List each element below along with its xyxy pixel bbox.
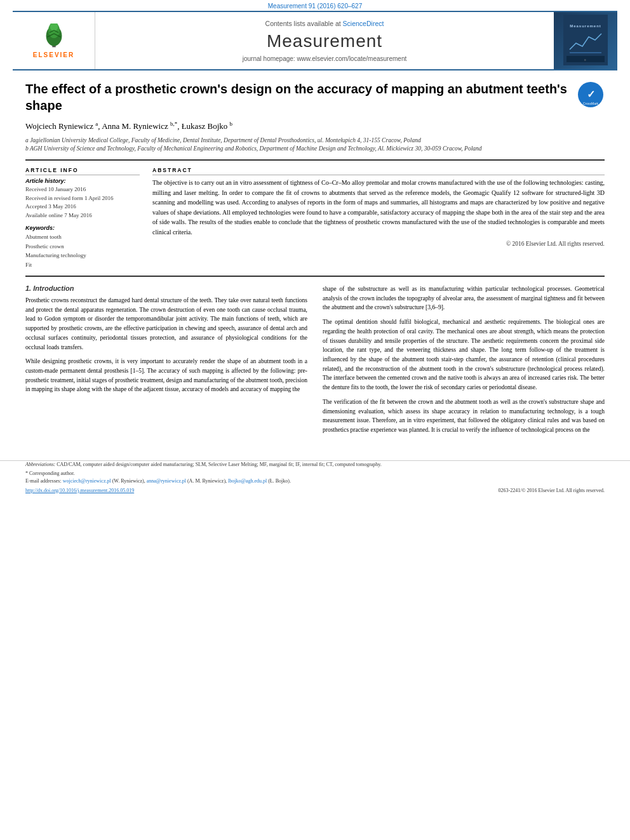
elsevier-tree-icon [35, 23, 73, 49]
doi-link[interactable]: http://dx.doi.org/10.1016/j.measurement.… [25, 488, 134, 493]
footer-bottom: http://dx.doi.org/10.1016/j.measurement.… [25, 488, 605, 493]
journal-cover-image: Measurement ≡ [554, 12, 617, 69]
crossmark-badge[interactable]: ✓ CrossMark [577, 81, 605, 109]
svg-text:≡: ≡ [584, 58, 587, 62]
revised-date: Received in revised form 1 April 2016 [25, 194, 140, 203]
accepted-date: Accepted 3 May 2016 [25, 203, 140, 211]
footer-area: Abbreviations: CAD/CAM, computer aided d… [0, 460, 630, 500]
journal-header: ELSEVIER Contents lists available at Sci… [13, 11, 617, 70]
journal-issue-bar: Measurement 91 (2016) 620–627 [0, 0, 630, 11]
abbrev-text: CAD/CAM, computer aided design/computer … [57, 462, 382, 467]
page: Measurement 91 (2016) 620–627 ELSEVIE [0, 0, 630, 500]
email-footnote: E-mail addresses: wojciech@ryniewicz.pl … [25, 477, 605, 485]
keyword-1: Abutment tooth [25, 232, 140, 241]
body-right-para-3: The verification of the fit between the … [323, 397, 605, 435]
keywords-label: Keywords: [25, 225, 140, 231]
contents-line: Contents lists available at ScienceDirec… [265, 20, 384, 27]
abstract-heading: ABSTRACT [152, 167, 605, 175]
available-date: Available online 7 May 2016 [25, 211, 140, 220]
homepage-line: journal homepage: www.elsevier.com/locat… [243, 55, 406, 62]
abbreviations-footnote: Abbreviations: CAD/CAM, computer aided d… [25, 461, 605, 469]
history-label: Article history: [25, 178, 140, 184]
section-1-title: 1. Introduction [25, 284, 307, 292]
body-right-para-2: The optimal dentition should fulfil biol… [323, 317, 605, 392]
svg-text:CrossMark: CrossMark [583, 102, 599, 105]
measurement-cover-icon: Measurement ≡ [563, 15, 608, 65]
abbrev-label: Abbreviations: [25, 462, 55, 467]
abstract-col: ABSTRACT The objective is to carry out a… [152, 167, 605, 269]
email-1-link[interactable]: wojciech@ryniewicz.pl [63, 478, 111, 484]
corresponding-author-footnote: * Corresponding author. [25, 470, 605, 477]
email-3-name: (Ł. Bojko). [268, 478, 291, 484]
body-para-2: While designing prosthetic crowns, it is… [25, 357, 307, 394]
doi-text: http://dx.doi.org/10.1016/j.measurement.… [25, 488, 134, 493]
keyword-4: Fit [25, 260, 140, 269]
svg-text:Measurement: Measurement [570, 24, 601, 28]
email-1-name: (W. Ryniewicz), [112, 478, 145, 484]
email-3-link[interactable]: lbojko@agh.edu.pl [228, 478, 267, 484]
affiliations: a Jagiellonian University Medical Colleg… [25, 137, 605, 154]
info-abstract-section: ARTICLE INFO Article history: Received 1… [25, 167, 605, 269]
svg-text:✓: ✓ [587, 89, 595, 100]
copyright-line: © 2016 Elsevier Ltd. All rights reserved… [152, 241, 605, 247]
body-two-col: 1. Introduction Prosthetic crowns recons… [25, 284, 605, 440]
corresponding-label: * Corresponding author. [25, 470, 75, 476]
body-right-para-1: shape of the substructure as well as its… [323, 284, 605, 312]
authors-line: Wojciech Ryniewicz a, Anna M. Ryniewicz … [25, 120, 605, 133]
keyword-2: Prosthetic crown [25, 242, 140, 251]
email-2-name: (A. M. Ryniewicz), [187, 478, 227, 484]
elsevier-wordmark: ELSEVIER [33, 51, 74, 58]
article-title: The effect of a prosthetic crown's desig… [25, 81, 577, 114]
elsevier-logo-area: ELSEVIER [13, 12, 95, 69]
sciencedirect-link[interactable]: ScienceDirect [343, 20, 384, 27]
abstract-text: The objective is to carry out an in vitr… [152, 178, 605, 237]
body-section: 1. Introduction Prosthetic crowns recons… [25, 284, 605, 440]
article-info-col: ARTICLE INFO Article history: Received 1… [25, 167, 140, 269]
article-info-heading: ARTICLE INFO [25, 167, 140, 175]
email-2-link[interactable]: anna@ryniewicz.pl [147, 478, 186, 484]
body-left-col: 1. Introduction Prosthetic crowns recons… [25, 284, 307, 440]
journal-title: Measurement [267, 31, 382, 51]
body-right-col: shape of the substructure as well as its… [323, 284, 605, 440]
issn-text: 0263-2241/© 2016 Elsevier Ltd. All right… [499, 488, 605, 493]
affiliation-a: a Jagiellonian University Medical Colleg… [25, 137, 605, 145]
journal-center-area: Contents lists available at ScienceDirec… [95, 12, 554, 69]
keyword-3: Manufacturing technology [25, 251, 140, 260]
body-para-1: Prosthetic crowns reconstruct the damage… [25, 296, 307, 352]
journal-issue-text: Measurement 91 (2016) 620–627 [268, 3, 362, 10]
divider-body [25, 276, 605, 277]
divider-thick [25, 159, 605, 161]
crossmark-icon: ✓ CrossMark [577, 81, 605, 109]
affiliation-b: b AGH University of Science and Technolo… [25, 145, 605, 153]
received-date: Received 10 January 2016 [25, 185, 140, 194]
article-content: The effect of a prosthetic crown's desig… [0, 70, 630, 450]
title-section: The effect of a prosthetic crown's desig… [25, 81, 605, 114]
email-label: E-mail addresses: [25, 478, 62, 484]
